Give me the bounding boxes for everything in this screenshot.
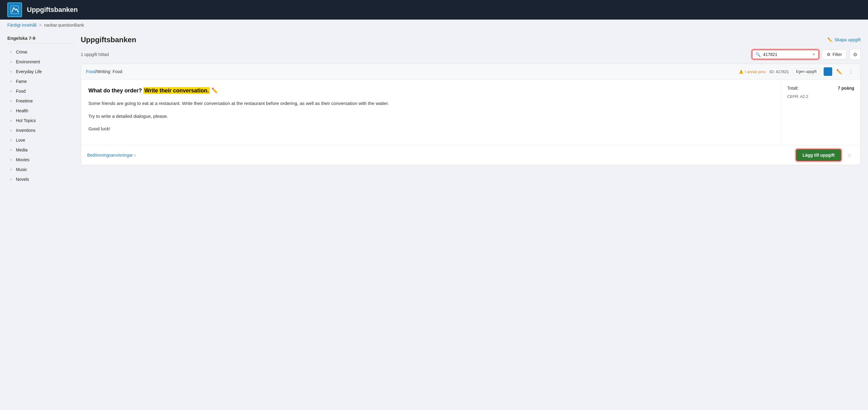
search-controls: 🔍 ✕ ⚙ Filter ⚙ [752, 49, 861, 60]
result-count: 1 uppgift hittad [81, 52, 109, 57]
sidebar-title: Engelska 7-9 [7, 35, 74, 43]
warning-badge: ⚠️ I annat prov [739, 69, 766, 74]
chevron-right-icon: › [8, 157, 13, 162]
sidebar-item-food[interactable]: › Food [7, 86, 74, 96]
action-icons: 👤 ✏️ ⋮ [824, 67, 856, 76]
sidebar-item-label: Health [16, 108, 28, 113]
sidebar-item-health[interactable]: › Health [7, 106, 74, 116]
task-title-plain: What do they order? [88, 88, 142, 94]
sidebar-item-hot-topics[interactable]: › Hot Topics [7, 116, 74, 125]
clear-search-icon[interactable]: ✕ [812, 52, 815, 57]
gear-icon: ⚙ [853, 52, 857, 58]
sidebar-item-freetime[interactable]: › Freetime [7, 96, 74, 106]
sidebar-item-music[interactable]: › Music [7, 165, 74, 174]
page-title: Uppgiftsbanken [81, 35, 136, 44]
chevron-right-icon: › [8, 128, 13, 133]
footer-right: Lägg till uppgift ☆ [796, 149, 854, 161]
search-box: 🔍 ✕ [752, 50, 819, 59]
app-header: Uppgiftsbanken [0, 0, 868, 20]
sidebar-item-label: Everyday Life [16, 69, 42, 74]
task-body-line1: Some friends are going to eat at a resta… [88, 99, 774, 108]
sidebar-item-label: Media [16, 147, 28, 152]
sidebar-item-label: Freetime [16, 98, 33, 104]
scoring-value: 7 poäng [838, 86, 854, 91]
chevron-right-icon: › [8, 147, 13, 152]
chevron-right-icon: › [8, 98, 13, 104]
chevron-right-icon: › [8, 167, 13, 172]
scoring-row: Totalt: 7 poäng [787, 86, 854, 91]
card-path-rest: /Writing: Food [96, 69, 122, 74]
card-header-right: ⚠️ I annat prov ID: 417821 Egen uppgift … [739, 67, 856, 76]
app-title: Uppgiftsbanken [27, 6, 78, 14]
add-task-button[interactable]: Lägg till uppgift [796, 149, 841, 161]
pencil-icon: ✏️ [827, 37, 833, 42]
create-task-button[interactable]: ✏️ Skapa uppgift [827, 37, 861, 42]
sidebar-item-label: Fame [16, 79, 27, 84]
sidebar-item-environment[interactable]: › Environment [7, 57, 74, 67]
svg-rect-0 [11, 6, 19, 14]
task-card: Food/Writing: Food ⚠️ I annat prov ID: 4… [81, 64, 861, 165]
chevron-right-icon: › [8, 108, 13, 113]
breadcrumb-current: navbar.questionBank [44, 23, 84, 28]
task-title: What do they order? Write their conversa… [88, 87, 774, 94]
sidebar-item-fame[interactable]: › Fame [7, 77, 74, 86]
sidebar-item-movies[interactable]: › Movies [7, 155, 74, 165]
task-body: Some friends are going to eat at a resta… [88, 99, 774, 133]
card-footer: Bedömningsanvisningar › Lägg till uppgif… [81, 145, 860, 165]
cefr-label: CEFR: A2.2 [787, 94, 854, 99]
chevron-right-icon: › [134, 153, 135, 157]
card-header: Food/Writing: Food ⚠️ I annat prov ID: 4… [81, 64, 860, 80]
task-title-highlight: Write their conversation. [144, 87, 210, 94]
bedömning-link[interactable]: Bedömningsanvisningar › [87, 153, 135, 157]
own-badge: Egen uppgift [793, 68, 820, 75]
sidebar-item-label: Love [16, 138, 25, 143]
sidebar-item-label: Music [16, 167, 27, 172]
settings-button[interactable]: ⚙ [850, 49, 861, 60]
chevron-right-icon: › [8, 118, 13, 123]
filter-icon: ⚙ [827, 52, 831, 57]
sidebar-item-novels[interactable]: › Novels [7, 174, 74, 184]
sidebar-item-label: Environment [16, 59, 40, 64]
more-options-icon[interactable]: ⋮ [846, 67, 856, 76]
filter-button[interactable]: ⚙ Filter [822, 50, 846, 59]
sidebar-item-label: Novels [16, 177, 29, 182]
chevron-right-icon: › [8, 50, 13, 55]
task-body-line3: Good luck! [88, 125, 774, 133]
chevron-right-icon: › [8, 69, 13, 74]
eraser-icon[interactable]: ✏️ [835, 67, 844, 76]
card-path: Food/Writing: Food [86, 69, 122, 74]
chevron-right-icon: › [8, 89, 13, 94]
search-input[interactable] [763, 52, 810, 57]
chevron-right-icon: › [8, 79, 13, 84]
sidebar-item-crime[interactable]: › Crime [7, 47, 74, 57]
chevron-right-icon: › [8, 59, 13, 64]
id-badge: ID: 417821 [770, 69, 789, 74]
warning-icon: ⚠️ [739, 69, 744, 74]
chevron-right-icon: › [8, 138, 13, 143]
search-icon: 🔍 [755, 52, 761, 57]
sidebar-item-everyday-life[interactable]: › Everyday Life [7, 67, 74, 77]
user-icon[interactable]: 👤 [824, 67, 832, 76]
breadcrumb-separator: > [39, 23, 41, 28]
chevron-right-icon: › [8, 177, 13, 182]
task-title-emoji: ✏️ [211, 88, 218, 94]
sidebar-item-label: Inventions [16, 128, 35, 133]
sidebar-item-label: Crime [16, 50, 27, 55]
scoring-label: Totalt: [787, 86, 799, 91]
search-row: 1 uppgift hittad 🔍 ✕ ⚙ Filter ⚙ [81, 49, 861, 60]
sidebar-item-love[interactable]: › Love [7, 135, 74, 145]
card-body: What do they order? Write their conversa… [81, 80, 860, 145]
card-path-topic: Food [86, 69, 96, 74]
task-body-line2: Try to write a detailed dialogue, please… [88, 112, 774, 120]
main-content: Uppgiftsbanken ✏️ Skapa uppgift 1 uppgif… [81, 35, 861, 408]
sidebar: Engelska 7-9 › Crime › Environment › Eve… [7, 35, 74, 408]
breadcrumb-link[interactable]: Färdigt innehåll [7, 23, 37, 28]
sidebar-item-media[interactable]: › Media [7, 145, 74, 155]
star-button[interactable]: ☆ [844, 150, 854, 160]
card-main: What do they order? Write their conversa… [81, 80, 781, 145]
breadcrumb: Färdigt innehåll > navbar.questionBank [0, 20, 868, 31]
card-scoring-sidebar: Totalt: 7 poäng CEFR: A2.2 [781, 80, 860, 145]
card-header-left: Food/Writing: Food [86, 69, 122, 74]
sidebar-item-label: Movies [16, 157, 29, 162]
sidebar-item-inventions[interactable]: › Inventions [7, 125, 74, 135]
